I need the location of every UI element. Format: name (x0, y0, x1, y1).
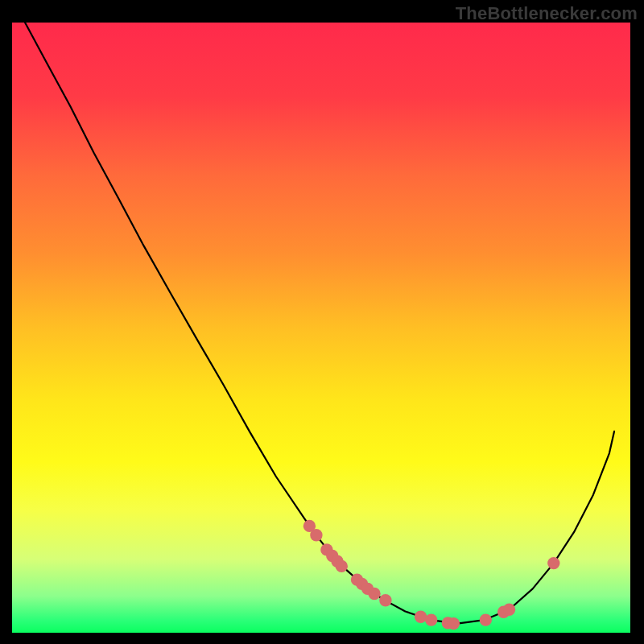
data-point-marker (448, 617, 460, 630)
data-point-marker (379, 594, 391, 606)
data-point-marker (425, 613, 437, 625)
chart-stage: TheBottlenecker.com (0, 0, 644, 644)
data-point-marker (368, 588, 380, 600)
data-point-marker (336, 560, 348, 572)
data-point-marker (480, 613, 492, 625)
data-point-marker (503, 604, 515, 616)
data-point-marker (547, 557, 559, 569)
data-point-marker (310, 529, 322, 541)
data-point-marker (415, 611, 427, 623)
bottleneck-chart (0, 0, 644, 644)
